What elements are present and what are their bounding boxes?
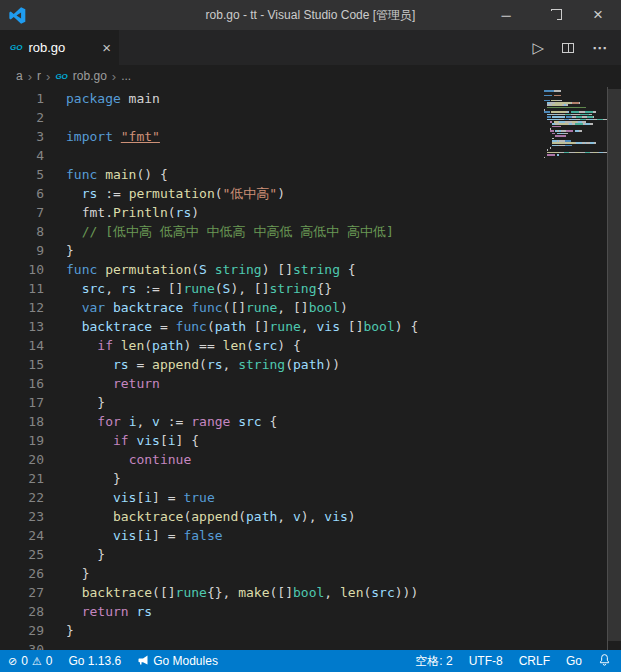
window-controls: ─ × xyxy=(483,0,621,30)
line-number[interactable]: 12 xyxy=(0,298,44,317)
code-line[interactable]: 8 // [低中高 低高中 中低高 中高低 高低中 高中低] xyxy=(0,222,541,241)
line-number[interactable]: 1 xyxy=(0,89,44,108)
code-token: ( xyxy=(144,338,152,353)
line-number[interactable]: 17 xyxy=(0,393,44,412)
line-number[interactable]: 3 xyxy=(0,127,44,146)
code-token: vis xyxy=(113,528,136,543)
code-token: // [低中高 低高中 中低高 中高低 高低中 高中低] xyxy=(82,224,394,239)
code-line[interactable]: 15 rs = append(rs, string(path)) xyxy=(0,355,541,374)
tab-robgo[interactable]: GO rob.go × xyxy=(0,30,120,65)
code-token: ( xyxy=(168,205,176,220)
code-line[interactable]: 26 } xyxy=(0,564,541,583)
problems-indicator[interactable]: ⊘ 0 ⚠ 0 xyxy=(8,654,52,668)
line-number[interactable]: 20 xyxy=(0,450,44,469)
code-line[interactable]: 9} xyxy=(0,241,541,260)
minimap[interactable] xyxy=(544,90,607,650)
line-number[interactable]: 11 xyxy=(0,279,44,298)
code-line[interactable]: 14 if len(path) == len(src) { xyxy=(0,336,541,355)
code-token: permutation xyxy=(129,186,215,201)
line-number[interactable]: 26 xyxy=(0,564,44,583)
code-line[interactable]: 11 src, rs := []rune(S), []string{} xyxy=(0,279,541,298)
code-line[interactable]: 4 xyxy=(0,146,541,165)
code-line[interactable]: 19 if vis[i] { xyxy=(0,431,541,450)
line-number[interactable]: 19 xyxy=(0,431,44,450)
code-line[interactable]: 20 continue xyxy=(0,450,541,469)
line-number[interactable]: 16 xyxy=(0,374,44,393)
line-number[interactable]: 5 xyxy=(0,165,44,184)
code-line[interactable]: 7 fmt.Println(rs) xyxy=(0,203,541,222)
code-line[interactable]: 6 rs := permutation("低中高") xyxy=(0,184,541,203)
line-number[interactable]: 4 xyxy=(0,146,44,165)
code-token: , xyxy=(301,319,317,334)
code-token: len xyxy=(340,585,363,600)
code-line[interactable]: 21 } xyxy=(0,469,541,488)
split-editor-button[interactable] xyxy=(562,39,574,57)
code-token xyxy=(66,433,113,448)
code-line[interactable]: 30 xyxy=(0,640,541,650)
encoding-indicator[interactable]: UTF-8 xyxy=(469,654,503,668)
code-line[interactable]: 29} xyxy=(0,621,541,640)
more-actions-button[interactable]: ⋯ xyxy=(592,39,607,57)
line-number[interactable]: 24 xyxy=(0,526,44,545)
notifications-button[interactable] xyxy=(598,653,611,669)
indentation-indicator[interactable]: 空格: 2 xyxy=(415,653,452,670)
code-line[interactable]: 1package main xyxy=(0,89,541,108)
code-line[interactable]: 5func main() { xyxy=(0,165,541,184)
code-token: ) == xyxy=(183,338,222,353)
code-line[interactable]: 22 vis[i] = true xyxy=(0,488,541,507)
code-token: src xyxy=(238,414,261,429)
go-version-indicator[interactable]: Go 1.13.6 xyxy=(68,654,121,668)
tab-close-icon[interactable]: × xyxy=(102,40,111,55)
line-number[interactable]: 9 xyxy=(0,241,44,260)
code-line[interactable]: 17 } xyxy=(0,393,541,412)
code-line[interactable]: 3import "fmt" xyxy=(0,127,541,146)
line-number[interactable]: 10 xyxy=(0,260,44,279)
code-line[interactable]: 2 xyxy=(0,108,541,127)
code-line[interactable]: 23 backtrace(append(path, v), vis) xyxy=(0,507,541,526)
run-button[interactable]: ▷ xyxy=(532,39,544,57)
breadcrumb-item-file[interactable]: rob.go xyxy=(73,69,107,83)
close-button[interactable]: × xyxy=(575,0,621,30)
code-token: ) xyxy=(277,186,285,201)
code-line[interactable]: 28 return rs xyxy=(0,602,541,621)
line-number[interactable]: 25 xyxy=(0,545,44,564)
code-line[interactable]: 10func permutation(S string) []string { xyxy=(0,260,541,279)
code-line[interactable]: 25 } xyxy=(0,545,541,564)
line-number[interactable]: 15 xyxy=(0,355,44,374)
code-line[interactable]: 27 backtrace([]rune{}, make([]bool, len(… xyxy=(0,583,541,602)
line-number[interactable]: 21 xyxy=(0,469,44,488)
vertical-scrollbar[interactable] xyxy=(607,87,621,650)
code-token: ([] xyxy=(152,585,175,600)
code-token: := xyxy=(160,414,191,429)
code-line[interactable]: 12 var backtrace func([]rune, []bool) xyxy=(0,298,541,317)
line-number[interactable]: 8 xyxy=(0,222,44,241)
code-token: ( xyxy=(246,338,254,353)
scrollbar-thumb[interactable] xyxy=(608,89,621,641)
breadcrumb-item-symbol[interactable]: ... xyxy=(121,69,131,83)
restore-button[interactable] xyxy=(529,0,575,30)
line-number[interactable]: 2 xyxy=(0,108,44,127)
tab-label: rob.go xyxy=(28,40,96,55)
line-number[interactable]: 27 xyxy=(0,583,44,602)
line-number[interactable]: 23 xyxy=(0,507,44,526)
line-number[interactable]: 13 xyxy=(0,317,44,336)
line-number[interactable]: 6 xyxy=(0,184,44,203)
line-number[interactable]: 30 xyxy=(0,640,44,650)
minimize-button[interactable]: ─ xyxy=(483,0,529,30)
code-line[interactable]: 24 vis[i] = false xyxy=(0,526,541,545)
language-indicator[interactable]: Go xyxy=(566,654,582,668)
line-number[interactable]: 7 xyxy=(0,203,44,222)
code-line[interactable]: 13 backtrace = func(path []rune, vis []b… xyxy=(0,317,541,336)
code-line[interactable]: 18 for i, v := range src { xyxy=(0,412,541,431)
line-number[interactable]: 14 xyxy=(0,336,44,355)
line-number[interactable]: 28 xyxy=(0,602,44,621)
breadcrumb-item-a[interactable]: a xyxy=(16,69,23,83)
line-number[interactable]: 18 xyxy=(0,412,44,431)
code-token: return xyxy=(82,604,129,619)
eol-indicator[interactable]: CRLF xyxy=(519,654,550,668)
line-number[interactable]: 22 xyxy=(0,488,44,507)
breadcrumb-item-r[interactable]: r xyxy=(37,69,41,83)
line-number[interactable]: 29 xyxy=(0,621,44,640)
go-modules-indicator[interactable]: Go Modules xyxy=(137,654,218,669)
code-line[interactable]: 16 return xyxy=(0,374,541,393)
